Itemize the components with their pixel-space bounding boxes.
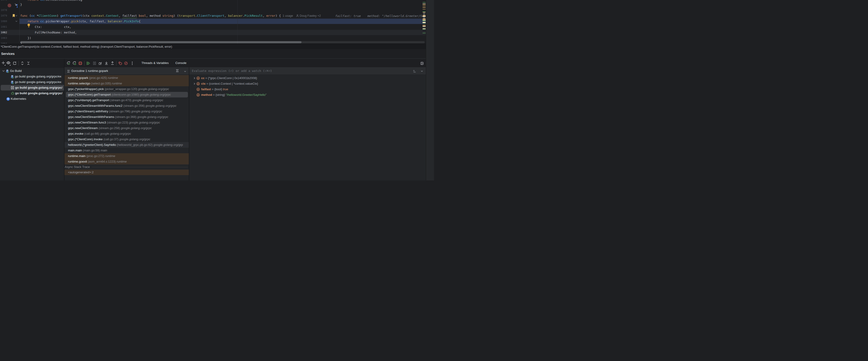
tree-item-kubernetes[interactable]: Kubernetes bbox=[0, 96, 64, 102]
step-out-button[interactable] bbox=[110, 61, 115, 66]
stop-button[interactable] bbox=[78, 61, 83, 66]
layout-settings-icon[interactable] bbox=[419, 61, 425, 66]
svg-text:p: p bbox=[197, 77, 198, 79]
frame-row[interactable]: grpc.invoke (call.go:66) google.golang.o… bbox=[64, 131, 189, 136]
rerun-debug-button[interactable] bbox=[72, 61, 77, 66]
right-toolwindow-stripe bbox=[426, 0, 434, 180]
goroutine-filter-icon[interactable] bbox=[176, 69, 179, 72]
stripe-mark[interactable] bbox=[423, 2, 426, 3]
stripe-mark[interactable] bbox=[423, 5, 426, 5]
variable-row-ctx[interactable]: pctx = {context.Context | *context.value… bbox=[189, 81, 426, 87]
fold-chevron-icon[interactable] bbox=[16, 21, 18, 22]
fold-chevron-icon[interactable] bbox=[16, 15, 18, 17]
evaluate-expression-bar[interactable]: Evaluate expression (⏎) or add a watch (… bbox=[189, 67, 426, 74]
frame-row[interactable]: runtime.selectgo (select.go:335) runtime bbox=[64, 81, 189, 86]
open-in-new-tab-button[interactable] bbox=[12, 61, 18, 66]
frame-row[interactable]: grpc.(*pickerWrapper).pick (picker_wrapp… bbox=[64, 86, 189, 92]
line-number[interactable]: 1078 bbox=[1, 7, 7, 13]
tree-item-go-build[interactable]: Go Build bbox=[0, 68, 64, 74]
code-line-1083: }) bbox=[20, 35, 31, 41]
vertical-scrollbar-thumb[interactable] bbox=[423, 12, 425, 19]
stripe-mark[interactable] bbox=[423, 23, 426, 24]
frame-row[interactable]: runtime.goexit (asm_arm64.s:1223) runtim… bbox=[64, 159, 189, 164]
bookmark-icon[interactable] bbox=[12, 14, 15, 18]
frame-row[interactable]: grpc.(*ClientConn).Invoke (call.go:37) g… bbox=[64, 136, 189, 142]
chevron-down-icon[interactable] bbox=[184, 70, 186, 73]
view-options-button[interactable] bbox=[6, 61, 12, 66]
tree-item-go-build-google-golang-org-grp[interactable]: go build google.golang.org/grpc/ bbox=[0, 85, 64, 91]
frame-row[interactable]: grpc.newClientStream (stream.go:258) goo… bbox=[64, 125, 189, 131]
tree-item-go-build-google-golang-org-grp[interactable]: go build google.golang.org/grpc/ex bbox=[0, 79, 64, 85]
debug-bug-icon bbox=[11, 91, 15, 95]
frame-row[interactable]: grpc.newClientStream.func3 (stream.go:22… bbox=[64, 120, 189, 125]
line-number[interactable]: 1084 bbox=[1, 41, 7, 44]
add-service-button[interactable] bbox=[1, 61, 6, 66]
frame-row[interactable]: grpc.(*ClientConn).getTransport (clientc… bbox=[64, 92, 189, 97]
pause-button[interactable] bbox=[92, 61, 97, 66]
line-number[interactable]: 1079 bbox=[1, 13, 7, 19]
frames-header[interactable]: Goroutine 1 runtime.gopark bbox=[64, 67, 189, 74]
frame-row[interactable]: runtime.main (proc.go:272) runtime bbox=[64, 153, 189, 159]
tree-item-label: go build google.golang.org/grpc/ bbox=[15, 85, 62, 91]
stripe-mark[interactable] bbox=[423, 27, 426, 27]
line-number[interactable]: 1080 bbox=[1, 19, 7, 24]
expand-chevron-icon[interactable] bbox=[193, 83, 196, 85]
stripe-mark[interactable] bbox=[423, 22, 426, 23]
chevron-down-icon[interactable] bbox=[421, 70, 423, 73]
tab-console[interactable]: Console bbox=[172, 59, 190, 67]
frame-row[interactable]: grpc.(*clientStream).withRetry (stream.g… bbox=[64, 109, 189, 114]
frame-row[interactable]: <autogenerated>:2 bbox=[64, 170, 189, 175]
frame-row[interactable]: grpc.(*csAttempt).getTransport (stream.g… bbox=[64, 97, 189, 103]
intention-bulb-icon[interactable] bbox=[27, 24, 30, 28]
line-number[interactable]: 1081 bbox=[1, 24, 7, 30]
author-hint[interactable]: Doug Fawley +2 bbox=[300, 13, 321, 19]
line-number[interactable]: 1076 bbox=[1, 0, 7, 3]
stripe-mark[interactable] bbox=[423, 21, 426, 21]
more-options-button[interactable] bbox=[129, 61, 135, 66]
variable-row-failfast[interactable]: pfailfast = {bool} true bbox=[189, 87, 426, 92]
frame-row[interactable]: main.main (main.go:59) main bbox=[64, 148, 189, 153]
step-into-button[interactable] bbox=[103, 61, 109, 66]
frame-row[interactable]: grpc.newClientStreamWithParams (stream.g… bbox=[64, 114, 189, 120]
step-over-button[interactable] bbox=[98, 61, 103, 66]
mute-breakpoints-button[interactable] bbox=[123, 61, 129, 66]
resume-button[interactable] bbox=[86, 61, 91, 66]
stripe-mark[interactable] bbox=[423, 9, 426, 9]
frame-row[interactable]: runtime.gopark (proc.go:425) runtime bbox=[64, 75, 189, 81]
code-editor[interactable]: 10761078107910801081108210831084 return … bbox=[0, 0, 426, 44]
mouse-cursor-icon bbox=[14, 3, 19, 9]
view-breakpoints-button[interactable] bbox=[117, 61, 123, 66]
horizontal-scrollbar-thumb[interactable] bbox=[20, 41, 302, 43]
stripe-mark[interactable] bbox=[423, 3, 426, 4]
frame-row[interactable]: grpc.newClientStreamWithParams.func2 (st… bbox=[64, 103, 189, 109]
kubernetes-icon bbox=[6, 97, 10, 101]
tree-item-go-build-google-golang-org-grp[interactable]: go build google.golang.org/grpc/ bbox=[0, 91, 64, 96]
parameter-icon: p bbox=[196, 88, 200, 91]
goroutine-selector[interactable]: Goroutine 1 runtime.gopark bbox=[71, 67, 108, 74]
tree-expand-chevron-icon[interactable] bbox=[2, 69, 5, 73]
stripe-mark[interactable] bbox=[423, 33, 426, 33]
tab-threads-variables[interactable]: Threads & Variables bbox=[138, 59, 172, 67]
method-signature: *ClientConn.getTransport(ctx context.Con… bbox=[1, 44, 172, 49]
line-number[interactable]: 1082 bbox=[1, 30, 7, 35]
code-line-1082: FullMethodName: method, bbox=[20, 30, 77, 35]
line-number[interactable]: 1083 bbox=[1, 35, 7, 41]
expand-all-button[interactable] bbox=[20, 61, 25, 66]
stripe-mark[interactable] bbox=[423, 29, 426, 30]
variable-row-method[interactable]: pmethod = {string} "/helloworld.Greeter/… bbox=[189, 92, 426, 98]
tree-item-go-build-google-golang-org-grp[interactable]: go build google.golang.org/grpc/ex bbox=[0, 74, 64, 79]
add-watch-icon[interactable] bbox=[412, 69, 416, 73]
variable-row-cc[interactable]: pcc = {*grpc.ClientConn | 0x140001b2008} bbox=[189, 75, 426, 81]
frame-row[interactable]: helloworld.(*greeterClient).SayHello (he… bbox=[64, 142, 189, 148]
stripe-mark[interactable] bbox=[423, 26, 426, 26]
stripe-mark[interactable] bbox=[423, 11, 426, 12]
stripe-mark[interactable] bbox=[423, 25, 426, 26]
expand-chevron-icon[interactable] bbox=[193, 77, 196, 79]
parameter-icon: p bbox=[196, 76, 200, 80]
breakpoint-icon[interactable] bbox=[7, 3, 11, 7]
usages-hint[interactable]: 1 usage bbox=[283, 13, 293, 19]
stripe-mark[interactable] bbox=[423, 7, 426, 7]
services-toolwindow-header[interactable]: Services bbox=[0, 49, 426, 58]
collapse-all-button[interactable] bbox=[26, 61, 31, 66]
rerun-button[interactable] bbox=[66, 61, 71, 66]
